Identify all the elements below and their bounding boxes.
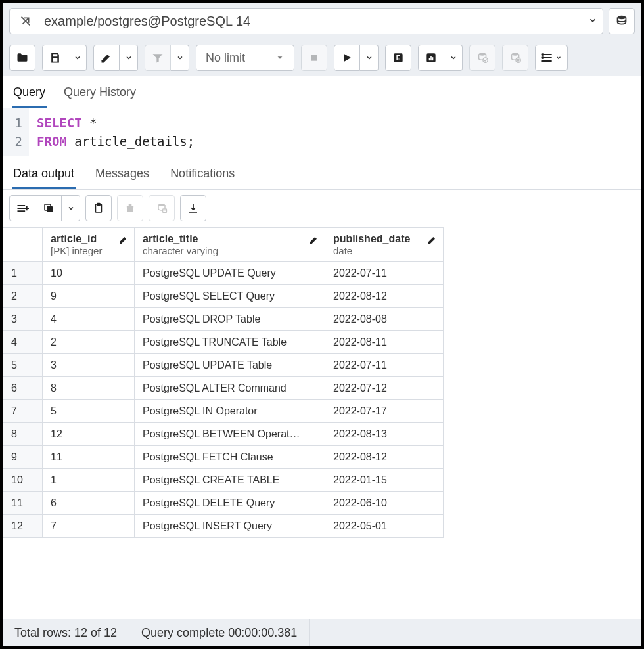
delete-row-button[interactable] xyxy=(117,195,143,221)
rollback-button[interactable] xyxy=(502,45,528,71)
table-row[interactable]: 29PostgreSQL SELECT Query2022-08-12 xyxy=(3,285,444,308)
cell-published_date[interactable]: 2022-07-17 xyxy=(325,400,444,423)
status-bar: Total rows: 12 of 12 Query complete 00:0… xyxy=(3,619,641,646)
table-row[interactable]: 110PostgreSQL UPDATE Query2022-07-11 xyxy=(3,262,444,285)
cell-article_id[interactable]: 11 xyxy=(43,446,135,469)
edit-dropdown-button[interactable] xyxy=(120,45,138,71)
table-row[interactable]: 127PostgreSQL INSERT Query2022-05-01 xyxy=(3,515,444,538)
cell-published_date[interactable]: 2022-07-11 xyxy=(325,262,444,285)
cell-article_title[interactable]: PostgreSQL UPDATE Table xyxy=(135,354,325,377)
svg-point-12 xyxy=(542,54,543,55)
row-number: 2 xyxy=(3,285,43,308)
svg-point-19 xyxy=(158,204,165,206)
edit-button[interactable] xyxy=(93,45,120,71)
cell-published_date[interactable]: 2022-08-08 xyxy=(325,308,444,331)
filter-dropdown-button[interactable] xyxy=(171,45,189,71)
run-button[interactable] xyxy=(334,45,360,71)
main-toolbar: No limit E xyxy=(3,39,641,76)
cell-article_title[interactable]: PostgreSQL IN Operator xyxy=(135,400,325,423)
cell-article_title[interactable]: PostgreSQL CREATE TABLE xyxy=(135,469,325,492)
column-header-published_date[interactable]: published_datedate xyxy=(325,228,444,262)
edit-column-icon[interactable] xyxy=(118,235,129,248)
table-row[interactable]: 53PostgreSQL UPDATE Table2022-07-11 xyxy=(3,354,444,377)
tab-messages[interactable]: Messages xyxy=(94,163,150,189)
edit-column-icon[interactable] xyxy=(309,235,319,248)
download-button[interactable] xyxy=(180,195,206,221)
new-connection-button[interactable] xyxy=(609,8,635,34)
cell-article_title[interactable]: PostgreSQL SELECT Query xyxy=(135,285,325,308)
save-button[interactable] xyxy=(42,45,68,71)
column-header-article_id[interactable]: article_id[PK] integer xyxy=(43,228,135,262)
cell-published_date[interactable]: 2022-05-01 xyxy=(325,515,444,538)
cell-published_date[interactable]: 2022-08-11 xyxy=(325,331,444,354)
cell-article_id[interactable]: 7 xyxy=(43,515,135,538)
cell-article_id[interactable]: 8 xyxy=(43,377,135,400)
commit-button[interactable] xyxy=(469,45,495,71)
connection-selector[interactable]: example/postgres@PostgreSQL 14 xyxy=(9,8,603,34)
add-row-button[interactable] xyxy=(9,195,35,221)
edit-column-icon[interactable] xyxy=(427,235,438,248)
status-row-count: Total rows: 12 of 12 xyxy=(3,619,129,646)
table-row[interactable]: 42PostgreSQL TRUNCATE Table2022-08-11 xyxy=(3,331,444,354)
table-row[interactable]: 34PostgreSQL DROP Table2022-08-08 xyxy=(3,308,444,331)
cell-article_id[interactable]: 5 xyxy=(43,400,135,423)
cell-article_id[interactable]: 2 xyxy=(43,331,135,354)
results-grid[interactable]: article_id[PK] integerarticle_titlechara… xyxy=(3,227,641,619)
tab-query[interactable]: Query xyxy=(12,81,47,108)
save-dropdown-button[interactable] xyxy=(68,45,87,71)
cell-article_id[interactable]: 12 xyxy=(43,423,135,446)
cell-published_date[interactable]: 2022-07-12 xyxy=(325,377,444,400)
explain-button[interactable]: E xyxy=(385,45,411,71)
cell-published_date[interactable]: 2022-08-12 xyxy=(325,446,444,469)
limit-label: No limit xyxy=(206,51,245,65)
cell-article_title[interactable]: PostgreSQL FETCH Clause xyxy=(135,446,325,469)
svg-point-0 xyxy=(618,16,626,20)
cell-article_title[interactable]: PostgreSQL UPDATE Query xyxy=(135,262,325,285)
copy-dropdown-button[interactable] xyxy=(62,195,80,221)
cell-published_date[interactable]: 2022-08-13 xyxy=(325,423,444,446)
copy-button[interactable] xyxy=(35,195,62,221)
table-row[interactable]: 911PostgreSQL FETCH Clause2022-08-12 xyxy=(3,446,444,469)
open-file-button[interactable] xyxy=(9,45,35,71)
cell-article_title[interactable]: PostgreSQL ALTER Command xyxy=(135,377,325,400)
filter-button[interactable] xyxy=(145,45,171,71)
cell-article_id[interactable]: 4 xyxy=(43,308,135,331)
save-data-button[interactable] xyxy=(149,195,175,221)
tab-notifications[interactable]: Notifications xyxy=(169,163,236,189)
table-row[interactable]: 101PostgreSQL CREATE TABLE2022-01-15 xyxy=(3,469,444,492)
cell-article_title[interactable]: PostgreSQL TRUNCATE Table xyxy=(135,331,325,354)
cell-article_id[interactable]: 6 xyxy=(43,492,135,515)
cell-published_date[interactable]: 2022-01-15 xyxy=(325,469,444,492)
cell-article_title[interactable]: PostgreSQL BETWEEN Operat… xyxy=(135,423,325,446)
row-number: 1 xyxy=(3,262,43,285)
cell-article_id[interactable]: 1 xyxy=(43,469,135,492)
macros-button[interactable] xyxy=(535,45,568,71)
stop-button[interactable] xyxy=(301,45,327,71)
table-row[interactable]: 116PostgreSQL DELETE Query2022-06-10 xyxy=(3,492,444,515)
chevron-down-icon xyxy=(588,16,597,26)
analyze-button[interactable] xyxy=(418,45,444,71)
row-number: 8 xyxy=(3,423,43,446)
cell-published_date[interactable]: 2022-06-10 xyxy=(325,492,444,515)
cell-article_id[interactable]: 10 xyxy=(43,262,135,285)
tab-data-output[interactable]: Data output xyxy=(12,163,76,189)
tab-query-history[interactable]: Query History xyxy=(62,81,137,108)
cell-article_title[interactable]: PostgreSQL INSERT Query xyxy=(135,515,325,538)
cell-published_date[interactable]: 2022-07-11 xyxy=(325,354,444,377)
limit-select[interactable]: No limit xyxy=(196,45,294,71)
column-header-article_title[interactable]: article_titlecharacter varying xyxy=(135,228,325,262)
query-tool-window: example/postgres@PostgreSQL 14 xyxy=(0,0,644,649)
paste-button[interactable] xyxy=(85,195,112,221)
table-row[interactable]: 75PostgreSQL IN Operator2022-07-17 xyxy=(3,400,444,423)
table-row[interactable]: 812PostgreSQL BETWEEN Operat…2022-08-13 xyxy=(3,423,444,446)
cell-article_id[interactable]: 3 xyxy=(43,354,135,377)
table-row[interactable]: 68PostgreSQL ALTER Command2022-07-12 xyxy=(3,377,444,400)
cell-article_title[interactable]: PostgreSQL DROP Table xyxy=(135,308,325,331)
cell-published_date[interactable]: 2022-08-12 xyxy=(325,285,444,308)
run-dropdown-button[interactable] xyxy=(360,45,379,71)
sql-editor[interactable]: 12 SELECT *FROM article_details; xyxy=(3,108,641,156)
cell-article_title[interactable]: PostgreSQL DELETE Query xyxy=(135,492,325,515)
cell-article_id[interactable]: 9 xyxy=(43,285,135,308)
editor-code[interactable]: SELECT *FROM article_details; xyxy=(29,108,202,156)
analyze-dropdown-button[interactable] xyxy=(444,45,463,71)
